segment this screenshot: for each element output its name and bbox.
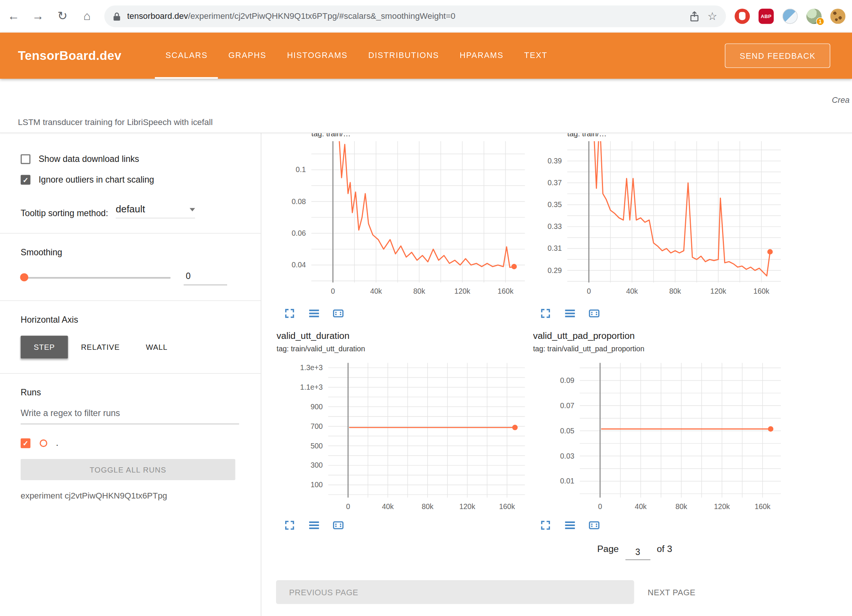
expand-chart-icon[interactable] — [284, 308, 295, 319]
svg-text:0.07: 0.07 — [560, 401, 574, 410]
svg-text:80k: 80k — [675, 502, 687, 511]
chevron-down-icon — [189, 208, 195, 211]
svg-text:40k: 40k — [626, 287, 638, 295]
url-path: /experiment/cj2vtPiwQHKN9Q1tx6PTpg/#scal… — [188, 11, 455, 21]
fit-domain-icon[interactable] — [588, 519, 600, 531]
svg-text:80k: 80k — [421, 502, 434, 511]
chart-actions — [540, 308, 600, 319]
expand-chart-icon[interactable] — [284, 519, 295, 531]
scalar-chart[interactable]: 0.040.060.080.1040k80k120k160k — [273, 141, 530, 299]
svg-text:80k: 80k — [669, 287, 681, 295]
tab-hparams[interactable]: HPARAMS — [449, 33, 514, 79]
run-lines-icon[interactable] — [308, 519, 319, 531]
svg-text:120k: 120k — [714, 502, 730, 511]
scalar-chart[interactable]: 0.290.310.330.350.370.39040k80k120k160k — [529, 141, 786, 299]
expand-chart-icon[interactable] — [540, 308, 551, 319]
browser-toolbar: ← → ↻ ⌂ tensorboard.dev/experiment/cj2vt… — [0, 0, 852, 33]
svg-text:0: 0 — [346, 502, 350, 511]
svg-text:40k: 40k — [370, 287, 382, 295]
lock-icon — [113, 12, 121, 21]
svg-text:0: 0 — [598, 502, 602, 511]
abp-extension-icon[interactable]: ABP — [759, 9, 774, 24]
svg-text:120k: 120k — [710, 287, 726, 295]
smoothing-slider[interactable] — [21, 277, 171, 278]
fit-domain-icon[interactable] — [333, 308, 344, 319]
chart-tag: tag: train/valid_utt_pad_proportion — [533, 345, 644, 353]
run-checkbox-checked-icon[interactable] — [21, 438, 31, 448]
url-domain: tensorboard.dev — [127, 11, 188, 21]
clipped-chart-tag: tag: train/… — [311, 133, 351, 140]
chart-title: valid_utt_duration — [276, 331, 350, 342]
tab-graphs[interactable]: GRAPHS — [218, 33, 277, 79]
adblocker-extension-icon[interactable] — [734, 9, 750, 24]
page-total-label: of 3 — [657, 543, 672, 555]
svg-text:900: 900 — [310, 403, 323, 411]
fit-domain-icon[interactable] — [588, 308, 600, 319]
svg-text:120k: 120k — [459, 502, 475, 511]
clipped-create-text: Crea — [832, 95, 852, 104]
scalar-chart[interactable]: 1003005007009001.1e+31.3e+3040k80k120k16… — [290, 363, 530, 514]
slider-thumb[interactable] — [20, 273, 28, 282]
tab-scalars[interactable]: SCALARS — [155, 33, 218, 79]
smoothing-value-input[interactable] — [184, 270, 227, 285]
page-number-input[interactable] — [625, 544, 650, 560]
forward-icon[interactable]: → — [27, 5, 49, 27]
reload-icon[interactable]: ↻ — [52, 5, 73, 27]
run-lines-icon[interactable] — [564, 308, 575, 319]
axis-relative-button[interactable]: RELATIVE — [68, 336, 133, 359]
runs-filter-input[interactable] — [21, 406, 239, 424]
next-page-button[interactable]: NEXT PAGE — [640, 580, 703, 604]
axis-step-button[interactable]: STEP — [21, 336, 68, 359]
tooltip-sorting-row: Tooltip sorting method: default — [21, 204, 239, 218]
page-label: Page — [597, 543, 618, 555]
tab-histograms[interactable]: HISTOGRAMS — [276, 33, 358, 79]
horizontal-axis-label: Horizontal Axis — [21, 315, 239, 325]
svg-text:0.01: 0.01 — [560, 477, 574, 485]
experiment-subheader: Crea LSTM transducer training for LibriS… — [0, 79, 852, 133]
ignore-outliers-row[interactable]: Ignore outliers in chart scaling — [21, 173, 239, 186]
run-lines-icon[interactable] — [308, 308, 319, 319]
chart-actions — [284, 308, 344, 319]
share-icon[interactable] — [689, 11, 700, 22]
extension-icon[interactable] — [782, 9, 797, 24]
checkbox-unchecked-icon[interactable] — [21, 154, 31, 164]
address-bar[interactable]: tensorboard.dev/experiment/cj2vtPiwQHKN9… — [104, 5, 726, 27]
tab-text[interactable]: TEXT — [514, 33, 557, 79]
svg-text:160k: 160k — [499, 502, 515, 511]
chart-actions — [284, 519, 344, 531]
extensions-area: ABP 1 — [734, 9, 845, 24]
bookmark-star-icon[interactable]: ☆ — [707, 10, 717, 23]
app-header: TensorBoard.dev SCALARS GRAPHS HISTOGRAM… — [0, 33, 852, 79]
run-lines-icon[interactable] — [564, 519, 575, 531]
svg-text:0.05: 0.05 — [560, 427, 574, 435]
svg-text:160k: 160k — [753, 287, 769, 295]
home-icon[interactable]: ⌂ — [76, 5, 98, 27]
abp-label: ABP — [761, 14, 772, 19]
svg-text:160k: 160k — [498, 287, 513, 295]
show-download-links-row[interactable]: Show data download links — [21, 152, 239, 166]
cookie-extension-icon[interactable] — [830, 9, 845, 24]
profile-avatar[interactable]: 1 — [806, 9, 821, 24]
tab-distributions[interactable]: DISTRIBUTIONS — [358, 33, 449, 79]
previous-page-button[interactable]: PREVIOUS PAGE — [276, 580, 634, 604]
scalar-chart[interactable]: 0.010.030.050.070.09040k80k120k160k — [542, 363, 786, 514]
back-icon[interactable]: ← — [3, 5, 24, 27]
toggle-all-runs-button[interactable]: TOGGLE ALL RUNS — [21, 459, 235, 480]
checkbox-checked-icon[interactable] — [21, 175, 31, 185]
notification-badge: 1 — [816, 17, 825, 26]
nav-tabs: SCALARS GRAPHS HISTOGRAMS DISTRIBUTIONS … — [155, 33, 558, 79]
send-feedback-button[interactable]: SEND FEEDBACK — [725, 43, 830, 68]
horizontal-axis-toggle: STEP RELATIVE WALL — [21, 336, 239, 359]
run-row[interactable]: . — [21, 437, 239, 449]
app-logo[interactable]: TensorBoard.dev — [18, 48, 122, 63]
svg-text:0.39: 0.39 — [548, 157, 562, 165]
svg-text:40k: 40k — [635, 502, 647, 511]
axis-wall-button[interactable]: WALL — [133, 336, 181, 359]
charts-area: tag: train/… tag: train/… 0.040.060.080.… — [261, 133, 852, 616]
page: ← → ↻ ⌂ tensorboard.dev/experiment/cj2vt… — [0, 0, 852, 616]
svg-text:40k: 40k — [382, 502, 394, 511]
svg-text:500: 500 — [310, 442, 323, 450]
expand-chart-icon[interactable] — [540, 519, 551, 531]
tooltip-sorting-select[interactable]: default — [116, 204, 195, 218]
fit-domain-icon[interactable] — [333, 519, 344, 531]
